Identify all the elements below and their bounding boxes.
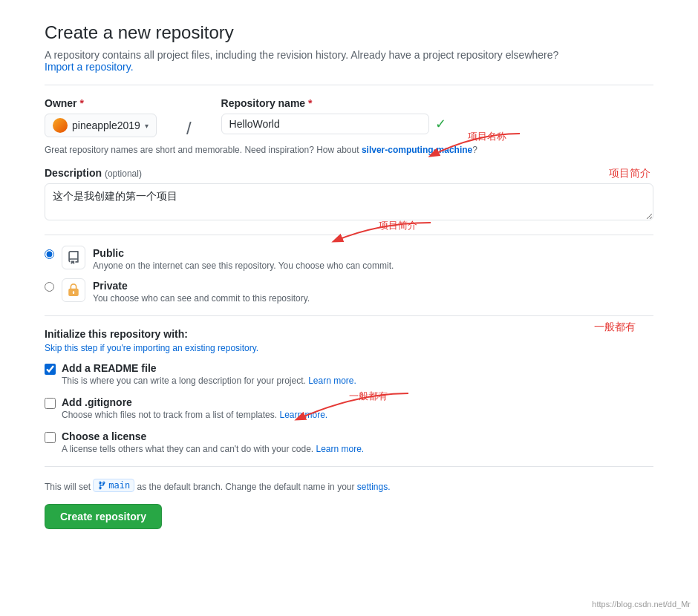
readme-desc: This is where you can write a long descr… — [62, 376, 653, 386]
repo-name-required-star: * — [308, 97, 312, 109]
private-text-block: Private You choose who can see and commi… — [93, 280, 653, 304]
gitignore-title: Add .gitignore — [62, 396, 653, 408]
private-desc: You choose who can see and commit to thi… — [93, 293, 653, 304]
readme-learn-more-link[interactable]: Learn more. — [308, 376, 356, 386]
description-input[interactable]: 这个是我创建的第一个项目 — [45, 183, 653, 220]
gitignore-learn-more-link[interactable]: Learn more. — [279, 410, 327, 420]
public-text-block: Public Anyone on the internet can see th… — [93, 247, 653, 271]
settings-link[interactable]: settings. — [357, 482, 391, 492]
license-checkbox[interactable] — [45, 432, 56, 443]
import-link[interactable]: Import a repository. — [45, 61, 134, 73]
divider-branch — [45, 466, 653, 467]
skip-text: Skip this step if you're importing an ex… — [45, 343, 653, 353]
readme-checkbox[interactable] — [45, 364, 56, 375]
license-desc: A license tells others what they can and… — [62, 444, 653, 454]
description-optional: (optional) — [105, 168, 142, 179]
gitignore-checkbox[interactable] — [45, 398, 56, 409]
repo-name-field: Repository name * ✓ — [221, 97, 446, 134]
check-icon: ✓ — [435, 116, 446, 132]
description-label: Description (optional) — [45, 167, 653, 179]
private-option: Private You choose who can see and commi… — [45, 280, 653, 304]
suggestion-link[interactable]: silver-computing-machine — [362, 145, 472, 155]
create-repository-button[interactable]: Create repository — [45, 504, 162, 529]
public-icon — [62, 246, 85, 269]
gitignore-text-block: Add .gitignore Choose which files not to… — [62, 396, 653, 420]
divider-visibility — [45, 235, 653, 235]
readme-title: Add a README file — [62, 362, 653, 374]
init-title: Initialize this repository with: — [45, 328, 653, 340]
description-section: Description (optional) 项目简介 这个是我创建的第一个项目 — [45, 167, 653, 223]
public-option: Public Anyone on the internet can see th… — [45, 247, 653, 271]
public-title: Public — [93, 247, 653, 259]
divider-init — [45, 315, 653, 316]
readme-text-block: Add a README file This is where you can … — [62, 362, 653, 386]
readme-option: Add a README file This is where you can … — [45, 362, 653, 386]
public-desc: Anyone on the internet can see this repo… — [93, 261, 653, 271]
owner-label: Owner * — [45, 97, 157, 109]
owner-avatar — [53, 118, 68, 133]
license-learn-more-link[interactable]: Learn more. — [316, 444, 365, 454]
gitignore-option: Add .gitignore Choose which files not to… — [45, 396, 653, 420]
branch-badge: main — [93, 479, 134, 492]
subtitle: A repository contains all project files,… — [45, 49, 653, 73]
slash-divider: / — [186, 97, 192, 139]
gitignore-desc: Choose which files not to track from a l… — [62, 410, 653, 420]
owner-select[interactable]: pineapple2019 ▾ — [45, 114, 157, 137]
owner-repo-section: Owner * pineapple2019 ▾ / Repository nam… — [45, 97, 653, 155]
visibility-section: Public Anyone on the internet can see th… — [45, 247, 653, 304]
license-text-block: Choose a license A license tells others … — [62, 430, 653, 454]
owner-field: Owner * pineapple2019 ▾ — [45, 97, 157, 137]
owner-required-star: * — [79, 97, 83, 109]
license-title: Choose a license — [62, 430, 653, 442]
page-wrapper: Create a new repository A repository con… — [45, 22, 653, 529]
repo-name-input-wrapper: ✓ — [221, 114, 446, 134]
repo-name-input[interactable] — [221, 114, 429, 134]
private-radio[interactable] — [45, 282, 54, 292]
default-branch-text: This will set main as the default branch… — [45, 479, 653, 492]
divider-top — [45, 85, 653, 85]
public-radio[interactable] — [45, 249, 54, 259]
license-option: Choose a license A license tells others … — [45, 430, 653, 454]
private-title: Private — [93, 280, 653, 292]
init-section: Initialize this repository with: Skip th… — [45, 328, 653, 454]
repo-name-hint: Great repository names are short and mem… — [45, 145, 653, 155]
owner-value: pineapple2019 — [72, 119, 140, 131]
page-title: Create a new repository — [45, 22, 653, 43]
repo-name-label: Repository name * — [221, 97, 446, 109]
chevron-down-icon: ▾ — [145, 122, 149, 130]
private-icon — [62, 278, 85, 302]
